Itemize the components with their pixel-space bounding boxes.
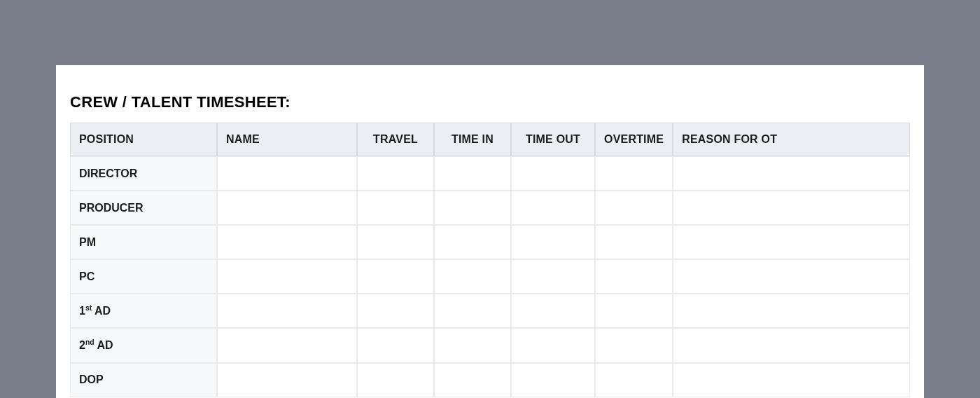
header-position: POSITION xyxy=(70,123,217,156)
header-name: NAME xyxy=(217,123,357,156)
cell-position: PRODUCER xyxy=(70,191,217,225)
cell-overtime xyxy=(595,294,673,328)
table-row: 2nd AD xyxy=(70,328,910,362)
cell-overtime xyxy=(595,225,673,259)
cell-time-out xyxy=(511,259,595,294)
cell-time-in xyxy=(434,363,511,397)
cell-name xyxy=(217,225,357,259)
cell-time-in xyxy=(434,156,511,191)
position-prefix: 2 xyxy=(79,340,85,352)
cell-name xyxy=(217,363,357,397)
cell-name xyxy=(217,328,357,362)
cell-overtime xyxy=(595,363,673,397)
cell-position: 2nd AD xyxy=(70,328,217,362)
table-row: PRODUCER xyxy=(70,191,910,225)
cell-travel xyxy=(357,328,434,362)
header-reason: REASON FOR OT xyxy=(673,123,910,156)
cell-overtime xyxy=(595,156,673,191)
cell-position: PM xyxy=(70,225,217,259)
cell-reason xyxy=(673,363,910,397)
cell-name xyxy=(217,156,357,191)
cell-reason xyxy=(673,259,910,294)
cell-name xyxy=(217,259,357,294)
cell-travel xyxy=(357,191,434,225)
table-row: PC xyxy=(70,259,910,294)
cell-time-in xyxy=(434,225,511,259)
cell-travel xyxy=(357,156,434,191)
header-overtime: OVERTIME xyxy=(595,123,673,156)
cell-time-out xyxy=(511,363,595,397)
position-prefix: 1 xyxy=(79,305,85,317)
cell-reason xyxy=(673,191,910,225)
position-ordinal: nd xyxy=(85,338,94,346)
table-body: DIRECTOR PRODUCER PM xyxy=(70,156,910,397)
cell-time-out xyxy=(511,294,595,328)
cell-time-in xyxy=(434,294,511,328)
cell-reason xyxy=(673,225,910,259)
cell-reason xyxy=(673,328,910,362)
header-time-out: TIME OUT xyxy=(511,123,595,156)
document-page: CREW / TALENT TIMESHEET: POSITION NAME T… xyxy=(56,65,924,398)
cell-overtime xyxy=(595,328,673,362)
cell-time-in xyxy=(434,328,511,362)
cell-travel xyxy=(357,225,434,259)
cell-time-out xyxy=(511,191,595,225)
table-row: DOP xyxy=(70,363,910,397)
cell-travel xyxy=(357,363,434,397)
cell-reason xyxy=(673,156,910,191)
cell-overtime xyxy=(595,191,673,225)
cell-position: DIRECTOR xyxy=(70,156,217,191)
cell-travel xyxy=(357,259,434,294)
cell-time-out xyxy=(511,156,595,191)
cell-position: DOP xyxy=(70,363,217,397)
cell-time-in xyxy=(434,259,511,294)
cell-travel xyxy=(357,294,434,328)
cell-name xyxy=(217,294,357,328)
table-row: DIRECTOR xyxy=(70,156,910,191)
cell-position: PC xyxy=(70,259,217,294)
cell-position: 1st AD xyxy=(70,294,217,328)
cell-name xyxy=(217,191,357,225)
cell-reason xyxy=(673,294,910,328)
position-suffix: AD xyxy=(94,340,113,352)
table-row: 1st AD xyxy=(70,294,910,328)
timesheet-table: POSITION NAME TRAVEL TIME IN TIME OUT OV… xyxy=(70,123,910,397)
header-travel: TRAVEL xyxy=(357,123,434,156)
table-header-row: POSITION NAME TRAVEL TIME IN TIME OUT OV… xyxy=(70,123,910,156)
header-time-in: TIME IN xyxy=(434,123,511,156)
table-row: PM xyxy=(70,225,910,259)
cell-time-out xyxy=(511,225,595,259)
page-title: CREW / TALENT TIMESHEET: xyxy=(70,93,910,111)
cell-time-in xyxy=(434,191,511,225)
position-suffix: AD xyxy=(92,305,111,317)
cell-time-out xyxy=(511,328,595,362)
cell-overtime xyxy=(595,259,673,294)
position-ordinal: st xyxy=(85,304,92,312)
